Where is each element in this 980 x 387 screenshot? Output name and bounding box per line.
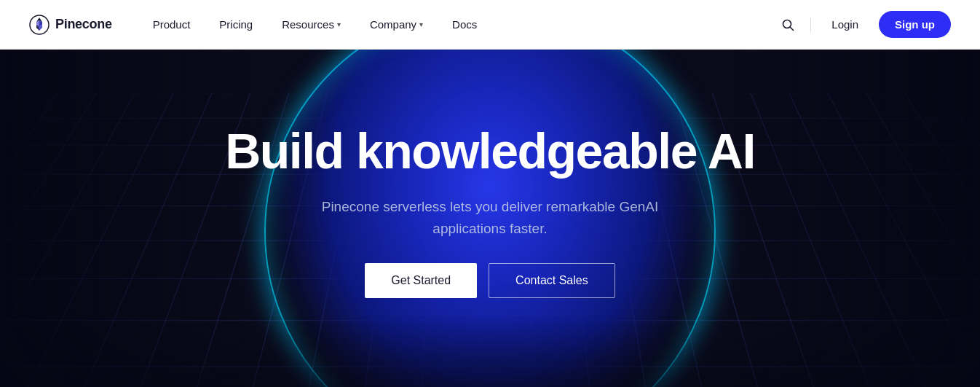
nav-links: Product Pricing Resources ▾ Company ▾ Do… (141, 12, 778, 36)
logo-icon (29, 15, 50, 35)
hero-section: Build knowledgeable AI Pinecone serverle… (0, 50, 980, 387)
search-icon (781, 18, 794, 31)
hero-title: Build knowledgeable AI (225, 124, 755, 179)
chevron-down-icon: ▾ (419, 20, 423, 28)
svg-line-2 (791, 27, 794, 30)
search-button[interactable] (777, 14, 799, 36)
hero-content: Build knowledgeable AI Pinecone serverle… (225, 124, 755, 299)
nav-item-resources[interactable]: Resources ▾ (270, 12, 352, 36)
nav-item-company[interactable]: Company ▾ (358, 12, 435, 36)
nav-item-docs[interactable]: Docs (440, 12, 489, 36)
get-started-button[interactable]: Get Started (365, 263, 477, 298)
contact-sales-button[interactable]: Contact Sales (489, 263, 615, 298)
navbar: Pinecone Product Pricing Resources ▾ Com… (0, 0, 980, 50)
svg-point-1 (783, 20, 791, 28)
hero-buttons: Get Started Contact Sales (365, 263, 615, 298)
nav-right: Login Sign up (777, 11, 951, 38)
hero-subtitle: Pinecone serverless lets you deliver rem… (286, 196, 694, 241)
nav-divider (810, 17, 811, 32)
login-button[interactable]: Login (823, 12, 867, 36)
chevron-down-icon: ▾ (337, 20, 341, 28)
signup-button[interactable]: Sign up (879, 11, 951, 38)
logo-link[interactable]: Pinecone (29, 15, 112, 35)
hero-overlay-bottom (0, 314, 980, 387)
logo-text: Pinecone (55, 17, 112, 32)
nav-item-pricing[interactable]: Pricing (208, 12, 264, 36)
nav-item-product[interactable]: Product (141, 12, 202, 36)
